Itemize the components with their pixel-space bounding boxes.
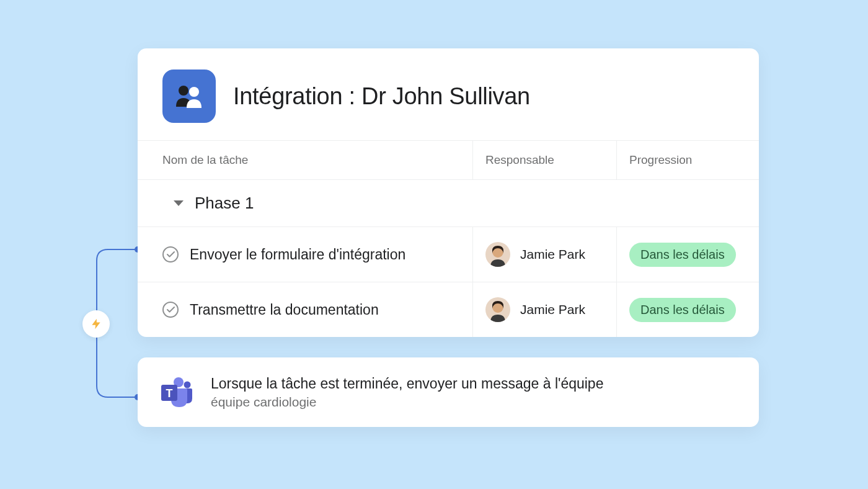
table-header-row: Nom de la tâche Responsable Progression [138,140,759,180]
task-name: Transmettre la documentation [190,302,379,318]
automation-card[interactable]: T Lorsque la tâche est terminée, envoyer… [138,357,759,427]
project-people-icon [162,70,216,123]
column-header-task: Nom de la tâche [138,141,472,179]
task-name: Envoyer le formulaire d'intégration [190,246,405,263]
avatar [485,242,510,267]
microsoft-teams-icon: T [159,375,193,410]
project-title: Intégration : Dr John Sullivan [233,83,530,110]
section-row[interactable]: Phase 1 [138,180,759,227]
project-header: Intégration : Dr John Sullivan [138,48,759,140]
status-badge[interactable]: Dans les délais [629,243,736,267]
svg-point-3 [189,87,199,97]
svg-point-9 [184,382,191,388]
svg-text:T: T [166,387,173,400]
task-row[interactable]: Transmettre la documentation Jamie Park … [138,282,759,337]
assignee-cell[interactable]: Jamie Park [485,242,585,267]
svg-point-2 [179,86,188,96]
column-header-responsible: Responsable [472,141,616,179]
complete-check-icon[interactable] [162,246,179,262]
assignee-name: Jamie Park [520,247,585,262]
status-badge[interactable]: Dans les délais [629,298,736,322]
assignee-cell[interactable]: Jamie Park [485,297,585,322]
chevron-down-icon[interactable] [174,200,184,206]
assignee-name: Jamie Park [520,302,585,317]
complete-check-icon[interactable] [162,302,179,318]
automation-target-text: équipe cardiologie [211,395,603,410]
project-card: Intégration : Dr John Sullivan Nom de la… [138,48,759,337]
column-header-progress: Progression [616,141,759,179]
automation-rule-text: Lorsque la tâche est terminée, envoyer u… [211,375,603,392]
automation-bolt-icon [82,310,110,338]
section-name: Phase 1 [195,194,254,213]
task-row[interactable]: Envoyer le formulaire d'intégration Jami… [138,227,759,282]
avatar [485,297,510,322]
